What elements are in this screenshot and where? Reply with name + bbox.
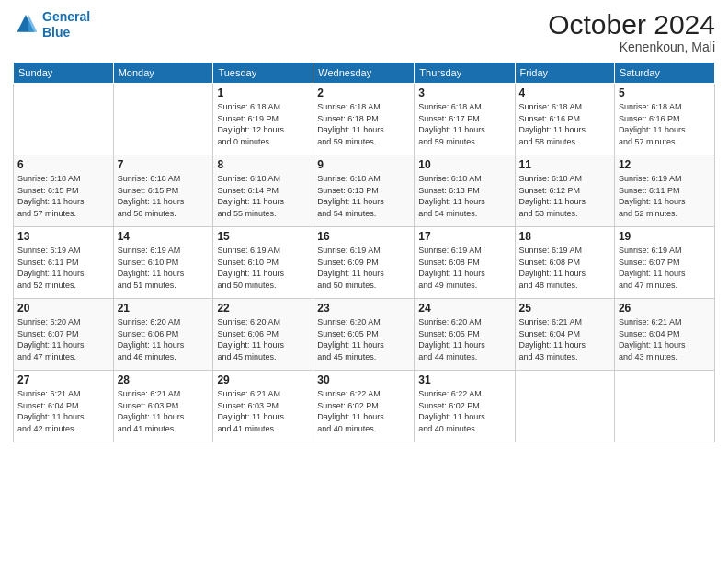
day-number: 22 <box>217 302 309 315</box>
day-number: 24 <box>418 302 510 315</box>
day-info: Sunrise: 6:19 AM Sunset: 6:08 PM Dayligh… <box>418 245 510 291</box>
weekday-tuesday: Tuesday <box>213 63 313 84</box>
day-cell: 10Sunrise: 6:18 AM Sunset: 6:13 PM Dayli… <box>415 155 515 227</box>
day-number: 5 <box>619 86 711 99</box>
day-info: Sunrise: 6:21 AM Sunset: 6:03 PM Dayligh… <box>217 388 309 434</box>
day-cell: 30Sunrise: 6:22 AM Sunset: 6:02 PM Dayli… <box>313 371 415 442</box>
day-cell: 8Sunrise: 6:18 AM Sunset: 6:14 PM Daylig… <box>213 155 313 227</box>
day-cell: 24Sunrise: 6:20 AM Sunset: 6:05 PM Dayli… <box>415 299 515 371</box>
weekday-friday: Friday <box>515 63 614 84</box>
day-number: 30 <box>317 373 410 386</box>
logo: General Blue <box>13 9 90 40</box>
weekday-sunday: Sunday <box>14 63 114 84</box>
day-cell: 28Sunrise: 6:21 AM Sunset: 6:03 PM Dayli… <box>113 371 213 442</box>
day-cell: 21Sunrise: 6:20 AM Sunset: 6:06 PM Dayli… <box>113 299 213 371</box>
day-cell: 6Sunrise: 6:18 AM Sunset: 6:15 PM Daylig… <box>14 155 114 227</box>
weekday-thursday: Thursday <box>415 63 515 84</box>
day-cell: 7Sunrise: 6:18 AM Sunset: 6:15 PM Daylig… <box>113 155 213 227</box>
day-info: Sunrise: 6:18 AM Sunset: 6:17 PM Dayligh… <box>418 101 510 147</box>
day-number: 7 <box>118 158 210 171</box>
svg-marker-1 <box>28 15 37 32</box>
day-info: Sunrise: 6:20 AM Sunset: 6:06 PM Dayligh… <box>217 316 309 362</box>
day-number: 9 <box>317 158 410 171</box>
day-info: Sunrise: 6:19 AM Sunset: 6:07 PM Dayligh… <box>619 245 711 291</box>
day-info: Sunrise: 6:18 AM Sunset: 6:13 PM Dayligh… <box>418 173 510 219</box>
page: General Blue October 2024 Kenenkoun, Mal… <box>0 0 728 563</box>
day-info: Sunrise: 6:19 AM Sunset: 6:09 PM Dayligh… <box>317 245 410 291</box>
day-cell: 26Sunrise: 6:21 AM Sunset: 6:04 PM Dayli… <box>614 299 714 371</box>
weekday-saturday: Saturday <box>614 63 714 84</box>
day-cell: 27Sunrise: 6:21 AM Sunset: 6:04 PM Dayli… <box>14 371 114 442</box>
day-number: 17 <box>418 230 510 243</box>
day-info: Sunrise: 6:20 AM Sunset: 6:06 PM Dayligh… <box>118 316 210 362</box>
day-info: Sunrise: 6:18 AM Sunset: 6:14 PM Dayligh… <box>217 173 309 219</box>
day-cell: 18Sunrise: 6:19 AM Sunset: 6:08 PM Dayli… <box>515 227 614 299</box>
day-number: 14 <box>118 230 210 243</box>
day-cell: 23Sunrise: 6:20 AM Sunset: 6:05 PM Dayli… <box>313 299 415 371</box>
day-number: 18 <box>519 230 610 243</box>
day-info: Sunrise: 6:18 AM Sunset: 6:15 PM Dayligh… <box>17 173 109 219</box>
day-info: Sunrise: 6:20 AM Sunset: 6:07 PM Dayligh… <box>17 316 109 362</box>
day-info: Sunrise: 6:22 AM Sunset: 6:02 PM Dayligh… <box>418 388 510 434</box>
day-number: 3 <box>418 86 510 99</box>
logo-text: General Blue <box>42 9 90 40</box>
week-row-3: 13Sunrise: 6:19 AM Sunset: 6:11 PM Dayli… <box>14 227 715 299</box>
weekday-header-row: SundayMondayTuesdayWednesdayThursdayFrid… <box>14 63 715 84</box>
day-info: Sunrise: 6:21 AM Sunset: 6:03 PM Dayligh… <box>118 388 210 434</box>
day-number: 8 <box>217 158 309 171</box>
day-info: Sunrise: 6:18 AM Sunset: 6:13 PM Dayligh… <box>317 173 410 219</box>
day-cell: 14Sunrise: 6:19 AM Sunset: 6:10 PM Dayli… <box>113 227 213 299</box>
day-cell: 11Sunrise: 6:18 AM Sunset: 6:12 PM Dayli… <box>515 155 614 227</box>
day-number: 20 <box>17 302 109 315</box>
day-number: 25 <box>519 302 610 315</box>
logo-general: General <box>42 9 90 24</box>
day-number: 1 <box>217 86 309 99</box>
weekday-monday: Monday <box>113 63 213 84</box>
day-number: 27 <box>17 373 109 386</box>
day-cell <box>113 84 213 155</box>
day-info: Sunrise: 6:19 AM Sunset: 6:10 PM Dayligh… <box>118 245 210 291</box>
day-cell: 4Sunrise: 6:18 AM Sunset: 6:16 PM Daylig… <box>515 84 614 155</box>
day-number: 16 <box>317 230 410 243</box>
day-info: Sunrise: 6:21 AM Sunset: 6:04 PM Dayligh… <box>619 316 711 362</box>
day-number: 2 <box>317 86 410 99</box>
day-info: Sunrise: 6:19 AM Sunset: 6:11 PM Dayligh… <box>619 173 711 219</box>
day-number: 26 <box>619 302 711 315</box>
day-info: Sunrise: 6:18 AM Sunset: 6:12 PM Dayligh… <box>519 173 610 219</box>
day-cell: 29Sunrise: 6:21 AM Sunset: 6:03 PM Dayli… <box>213 371 313 442</box>
day-number: 29 <box>217 373 309 386</box>
day-cell: 15Sunrise: 6:19 AM Sunset: 6:10 PM Dayli… <box>213 227 313 299</box>
day-info: Sunrise: 6:20 AM Sunset: 6:05 PM Dayligh… <box>418 316 510 362</box>
day-number: 11 <box>519 158 610 171</box>
day-cell: 31Sunrise: 6:22 AM Sunset: 6:02 PM Dayli… <box>415 371 515 442</box>
day-cell: 22Sunrise: 6:20 AM Sunset: 6:06 PM Dayli… <box>213 299 313 371</box>
day-number: 28 <box>118 373 210 386</box>
day-number: 4 <box>519 86 610 99</box>
week-row-4: 20Sunrise: 6:20 AM Sunset: 6:07 PM Dayli… <box>14 299 715 371</box>
day-info: Sunrise: 6:19 AM Sunset: 6:11 PM Dayligh… <box>17 245 109 291</box>
day-number: 10 <box>418 158 510 171</box>
day-number: 6 <box>17 158 109 171</box>
day-cell: 17Sunrise: 6:19 AM Sunset: 6:08 PM Dayli… <box>415 227 515 299</box>
day-number: 13 <box>17 230 109 243</box>
day-cell: 9Sunrise: 6:18 AM Sunset: 6:13 PM Daylig… <box>313 155 415 227</box>
day-info: Sunrise: 6:19 AM Sunset: 6:10 PM Dayligh… <box>217 245 309 291</box>
day-cell: 5Sunrise: 6:18 AM Sunset: 6:16 PM Daylig… <box>614 84 714 155</box>
day-cell <box>614 371 714 442</box>
day-number: 23 <box>317 302 410 315</box>
week-row-5: 27Sunrise: 6:21 AM Sunset: 6:04 PM Dayli… <box>14 371 715 442</box>
day-cell <box>14 84 114 155</box>
logo-icon <box>13 12 39 38</box>
day-info: Sunrise: 6:18 AM Sunset: 6:18 PM Dayligh… <box>317 101 410 147</box>
week-row-1: 1Sunrise: 6:18 AM Sunset: 6:19 PM Daylig… <box>14 84 715 155</box>
day-cell: 12Sunrise: 6:19 AM Sunset: 6:11 PM Dayli… <box>614 155 714 227</box>
day-info: Sunrise: 6:18 AM Sunset: 6:19 PM Dayligh… <box>217 101 309 147</box>
day-number: 21 <box>118 302 210 315</box>
logo-blue-label: Blue <box>42 25 90 40</box>
day-number: 31 <box>418 373 510 386</box>
calendar-table: SundayMondayTuesdayWednesdayThursdayFrid… <box>13 62 715 442</box>
day-cell: 19Sunrise: 6:19 AM Sunset: 6:07 PM Dayli… <box>614 227 714 299</box>
day-info: Sunrise: 6:18 AM Sunset: 6:16 PM Dayligh… <box>619 101 711 147</box>
day-cell: 16Sunrise: 6:19 AM Sunset: 6:09 PM Dayli… <box>313 227 415 299</box>
day-cell: 25Sunrise: 6:21 AM Sunset: 6:04 PM Dayli… <box>515 299 614 371</box>
